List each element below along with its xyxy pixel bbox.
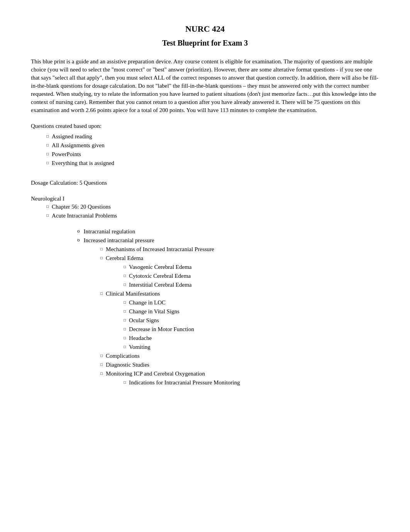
cerebral-edema-types-list: Vasogenic Cerebral Edema Cytotoxic Cereb… [124,263,379,289]
page-subtitle: Test Blueprint for Exam 3 [31,37,379,48]
chapter-item: Chapter 56: 20 Questions [46,203,379,211]
list-item: Assigned reading [46,133,379,141]
chapter-list: Chapter 56: 20 Questions Acute Intracran… [46,203,379,220]
clinical-manifestations-item: Clinical Manifestations [100,290,379,298]
diagnostic-studies-item: Diagnostic Studies [100,361,379,369]
questions-based-label: Questions created based upon: [31,122,379,130]
intro-paragraph: This blue print is a guide and an assist… [31,58,379,114]
list-item: All Assignments given [46,141,379,150]
mechanisms-item: Mechanisms of Increased Intracranial Pre… [100,245,379,253]
change-loc-item: Change in LOC [124,299,379,307]
vomiting-item: Vomiting [124,343,379,351]
decrease-motor-item: Decrease in Motor Function [124,325,379,333]
cytotoxic-item: Cytotoxic Cerebral Edema [124,272,379,280]
list-item: PowerPoints [46,150,379,158]
ocular-signs-item: Ocular Signs [124,316,379,325]
neuro-label: Neurological I [31,195,379,203]
complications-list: Complications Diagnostic Studies Monitor… [100,352,379,378]
clinical-list: Clinical Manifestations [100,290,379,298]
vasogenic-item: Vasogenic Cerebral Edema [124,263,379,271]
intracranial-regulation-item: Intracranial regulation [77,228,379,236]
mechanisms-list: Mechanisms of Increased Intracranial Pre… [100,245,379,262]
change-vital-signs-item: Change in Vital Signs [124,308,379,316]
monitoring-icp-item: Monitoring ICP and Cerebral Oxygenation [100,370,379,378]
indications-item: Indications for Intracranial Pressure Mo… [124,379,379,387]
indications-list: Indications for Intracranial Pressure Mo… [124,379,379,387]
page-title: NURC 424 [31,23,379,35]
intracranial-list: Intracranial regulation Increased intrac… [77,228,379,245]
dosage-label: Dosage Calculation: 5 Questions [31,179,379,187]
clinical-items-list: Change in LOC Change in Vital Signs Ocul… [124,299,379,351]
headache-item: Headache [124,334,379,342]
list-item: Everything that is assigned [46,159,379,167]
questions-based-list: Assigned reading All Assignments given P… [46,133,379,167]
complications-item: Complications [100,352,379,360]
acute-item: Acute Intracranial Problems [46,212,379,220]
increased-icp-item: Increased intracranial pressure [77,236,379,245]
cerebral-edema-item: Cerebral Edema [100,254,379,262]
interstitial-item: Interstitial Cerebral Edema [124,281,379,289]
